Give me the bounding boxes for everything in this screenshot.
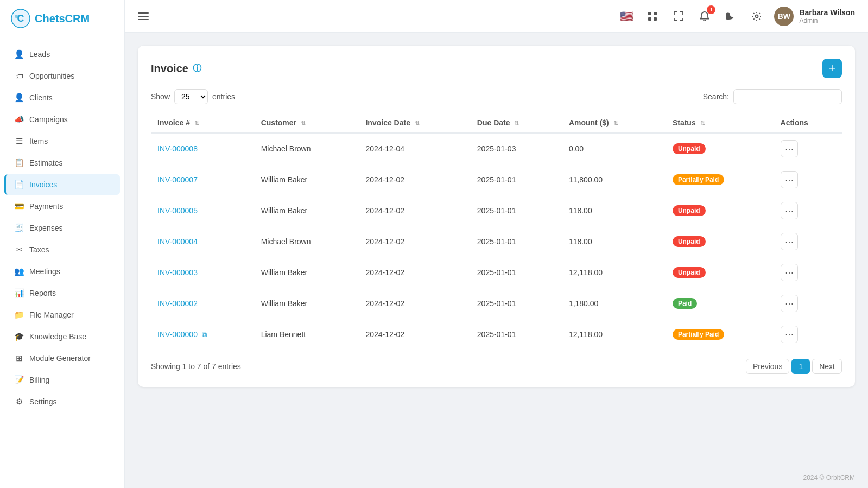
sidebar-item-campaigns[interactable]: 📣Campaigns bbox=[4, 109, 120, 130]
reports-icon: 📊 bbox=[14, 288, 24, 298]
invoice-link[interactable]: INV-000003 bbox=[157, 268, 198, 277]
cell-status: Partially Paid bbox=[666, 164, 774, 195]
copy-icon[interactable]: ⧉ bbox=[200, 331, 207, 339]
cell-status: Unpaid bbox=[666, 133, 774, 164]
sidebar-label-billing: Billing bbox=[29, 376, 49, 384]
payments-icon: 💳 bbox=[14, 201, 24, 211]
cell-invoice-date: 2024-12-02 bbox=[359, 288, 470, 319]
sidebar-item-reports[interactable]: 📊Reports bbox=[4, 283, 120, 303]
next-button[interactable]: Next bbox=[812, 359, 842, 374]
row-actions-button[interactable]: ⋯ bbox=[781, 171, 798, 188]
row-actions-button[interactable]: ⋯ bbox=[781, 326, 798, 343]
page-title: Invoice bbox=[151, 62, 188, 75]
cell-customer: William Baker bbox=[255, 288, 359, 319]
sort-icon-status: ⇅ bbox=[700, 120, 705, 126]
table-row: INV-000004Michael Brown2024-12-022025-01… bbox=[151, 226, 842, 257]
cell-invoice-num: INV-000004 bbox=[151, 226, 255, 257]
grid-icon[interactable] bbox=[644, 8, 661, 25]
sidebar-item-taxes[interactable]: ✂Taxes bbox=[4, 239, 120, 260]
sidebar-item-expenses[interactable]: 🧾Expenses bbox=[4, 218, 120, 238]
settings-icon[interactable] bbox=[748, 8, 765, 25]
row-actions-button[interactable]: ⋯ bbox=[781, 140, 798, 157]
sidebar-item-knowledge-base[interactable]: 🎓Knowledge Base bbox=[4, 326, 120, 347]
logo-area: C ChetsCRM bbox=[0, 0, 124, 37]
sidebar-item-meetings[interactable]: 👥Meetings bbox=[4, 261, 120, 282]
invoice-link[interactable]: INV-000004 bbox=[157, 237, 198, 246]
invoice-link[interactable]: INV-000000 bbox=[157, 330, 198, 339]
sidebar-item-billing[interactable]: 📝Billing bbox=[4, 370, 120, 390]
row-actions-button[interactable]: ⋯ bbox=[781, 202, 798, 219]
knowledge-base-icon: 🎓 bbox=[14, 332, 24, 341]
sidebar-item-module-generator[interactable]: ⊞Module Generator bbox=[4, 348, 120, 369]
hamburger-button[interactable] bbox=[138, 12, 149, 20]
notifications-button[interactable]: 1 bbox=[696, 8, 713, 25]
row-actions-button[interactable]: ⋯ bbox=[781, 233, 798, 250]
opportunities-icon: 🏷 bbox=[14, 71, 24, 81]
sidebar-label-invoices: Invoices bbox=[29, 180, 57, 189]
entries-select[interactable]: 102550100 bbox=[174, 89, 208, 104]
sidebar-label-file-manager: File Manager bbox=[29, 310, 74, 319]
sidebar-item-payments[interactable]: 💳Payments bbox=[4, 196, 120, 217]
status-badge: Paid bbox=[673, 298, 697, 309]
footer-text: 2024 © OrbitCRM bbox=[803, 474, 855, 481]
invoice-link[interactable]: INV-000008 bbox=[157, 144, 198, 153]
sidebar-item-leads[interactable]: 👤Leads bbox=[4, 44, 120, 65]
sidebar-item-invoices[interactable]: 📄Invoices bbox=[4, 174, 120, 195]
col-status[interactable]: Status ⇅ bbox=[666, 113, 774, 133]
sidebar-item-estimates[interactable]: 📋Estimates bbox=[4, 153, 120, 173]
sidebar-item-file-manager[interactable]: 📁File Manager bbox=[4, 305, 120, 325]
col-customer[interactable]: Customer ⇅ bbox=[255, 113, 359, 133]
table-row: INV-000005William Baker2024-12-022025-01… bbox=[151, 195, 842, 226]
fullscreen-icon[interactable] bbox=[670, 8, 687, 25]
add-invoice-button[interactable]: + bbox=[822, 59, 842, 78]
page-1-button[interactable]: 1 bbox=[791, 359, 810, 374]
invoice-link[interactable]: INV-000002 bbox=[157, 299, 198, 308]
campaigns-icon: 📣 bbox=[14, 115, 24, 124]
sidebar-label-opportunities: Opportunities bbox=[29, 72, 74, 80]
user-menu[interactable]: BW Barbara Wilson Admin bbox=[774, 7, 855, 26]
cell-actions: ⋯ bbox=[774, 288, 842, 319]
avatar: BW bbox=[774, 7, 794, 26]
pagination-bar: Showing 1 to 7 of 7 entries Previous 1 N… bbox=[151, 359, 842, 374]
row-actions-button[interactable]: ⋯ bbox=[781, 264, 798, 281]
cell-customer: Michael Brown bbox=[255, 133, 359, 164]
info-icon[interactable]: ⓘ bbox=[193, 63, 201, 74]
meetings-icon: 👥 bbox=[14, 267, 24, 276]
invoice-link[interactable]: INV-000005 bbox=[157, 206, 198, 215]
row-actions-button[interactable]: ⋯ bbox=[781, 295, 798, 312]
sidebar-label-payments: Payments bbox=[29, 202, 63, 211]
cell-actions: ⋯ bbox=[774, 133, 842, 164]
col-invoice_date[interactable]: Invoice Date ⇅ bbox=[359, 113, 470, 133]
sidebar-item-settings[interactable]: ⚙Settings bbox=[4, 391, 120, 412]
table-row: INV-000000 ⧉Liam Bennett2024-12-022025-0… bbox=[151, 319, 842, 350]
col-amount[interactable]: Amount ($) ⇅ bbox=[562, 113, 666, 133]
svg-rect-3 bbox=[648, 12, 651, 15]
show-label: Show bbox=[151, 92, 170, 101]
sidebar-label-clients: Clients bbox=[29, 93, 53, 102]
notification-badge: 1 bbox=[707, 5, 715, 14]
cell-due-date: 2025-01-01 bbox=[471, 195, 562, 226]
header-right: 🇺🇸 bbox=[618, 7, 855, 26]
clients-icon: 👤 bbox=[14, 93, 24, 103]
previous-button[interactable]: Previous bbox=[746, 359, 789, 374]
logo-icon: C bbox=[11, 9, 30, 28]
col-invoice_num[interactable]: Invoice # ⇅ bbox=[151, 113, 255, 133]
estimates-icon: 📋 bbox=[14, 158, 24, 168]
sidebar-item-opportunities[interactable]: 🏷Opportunities bbox=[4, 66, 120, 86]
cell-amount: 12,118.00 bbox=[562, 257, 666, 288]
sidebar-item-clients[interactable]: 👤Clients bbox=[4, 87, 120, 108]
dark-mode-toggle[interactable] bbox=[722, 8, 739, 25]
cell-invoice-num: INV-000002 bbox=[151, 288, 255, 319]
language-selector[interactable]: 🇺🇸 bbox=[618, 8, 635, 25]
cell-invoice-num: INV-000005 bbox=[151, 195, 255, 226]
sidebar-item-items[interactable]: ☰Items bbox=[4, 131, 120, 151]
search-input[interactable] bbox=[733, 89, 842, 104]
table-header: Invoice # ⇅Customer ⇅Invoice Date ⇅Due D… bbox=[151, 113, 842, 133]
invoice-link[interactable]: INV-000007 bbox=[157, 175, 198, 184]
user-role: Admin bbox=[799, 17, 855, 24]
sidebar-label-campaigns: Campaigns bbox=[29, 115, 68, 124]
status-badge: Unpaid bbox=[673, 143, 706, 154]
sidebar-label-module-generator: Module Generator bbox=[29, 354, 91, 363]
col-due_date[interactable]: Due Date ⇅ bbox=[471, 113, 562, 133]
sidebar-label-estimates: Estimates bbox=[29, 159, 62, 167]
